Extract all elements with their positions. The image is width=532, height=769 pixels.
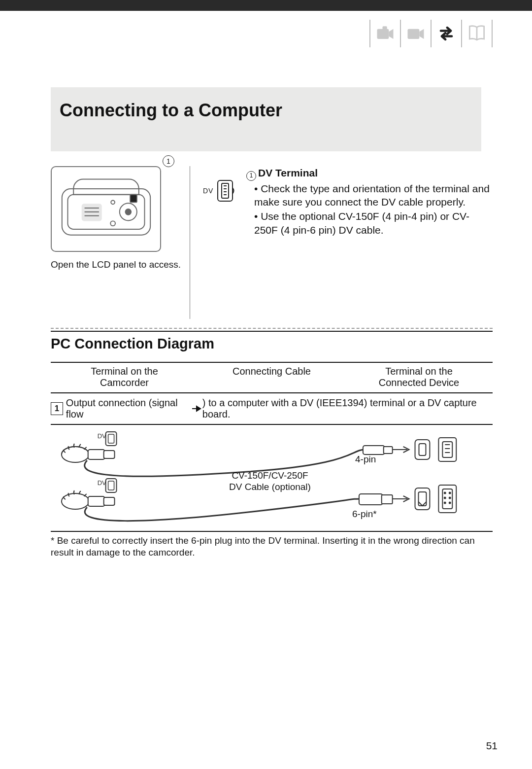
col-head-camcorder: Terminal on the Camcorder [51,366,198,388]
svg-rect-9 [82,204,101,220]
pin6-label: 6-pin* [352,509,377,520]
page-title: Connecting to a Computer [60,100,472,121]
connection-diagram: Terminal on the Camcorder Connecting Cab… [51,362,493,532]
svg-rect-25 [88,450,105,459]
svg-point-15 [111,200,115,204]
svg-rect-39 [108,481,114,490]
svg-rect-13 [130,195,137,203]
dv-port-illustration: DV [203,180,235,202]
dv-label: DV [203,187,213,195]
terminal-section: Open the LCD panel to access. DV 1DV Ter… [51,166,493,319]
svg-rect-1 [383,26,387,30]
terminal-heading: DV Terminal [258,167,318,178]
svg-rect-33 [442,442,452,457]
col-head-device: Terminal on the Connected Device [345,366,493,388]
cable-illustration: DV [51,425,493,532]
callout-number-1: 1 [163,155,174,167]
diagram-heading: PC Connection Diagram [51,336,532,352]
solid-divider [51,331,493,332]
row-number-box: 1 [51,402,63,415]
lcd-caption: Open the LCD panel to access. [51,259,184,271]
svg-rect-44 [382,495,393,504]
svg-rect-23 [108,434,114,443]
vertical-divider [190,166,190,319]
mode-icon-row [368,19,494,48]
svg-rect-31 [419,444,426,455]
camera-mode-icon [371,20,399,47]
terminal-bullet: Use the optional CV-150F (4 pin-4 pin) o… [254,210,493,237]
diagram-footnote: * Be careful to correctly insert the 6-p… [51,535,493,559]
svg-rect-26 [104,451,115,458]
play-mode-icon [402,20,430,47]
svg-text:DV: DV [98,479,106,487]
svg-point-50 [444,492,446,494]
svg-rect-38 [106,479,117,492]
svg-point-51 [449,492,451,494]
terminal-text: 1DV Terminal Check the type and orientat… [246,166,493,238]
cable-model-label: CV-150F/CV-250F DV Cable (optional) [213,470,327,493]
svg-rect-43 [359,494,383,505]
svg-point-55 [449,502,451,504]
svg-point-54 [444,502,446,504]
transfer-mode-icon [432,20,460,47]
col-head-cable: Connecting Cable [198,366,345,388]
signal-flow-arrow-icon [192,403,202,415]
svg-rect-22 [106,432,117,446]
svg-rect-41 [88,496,105,506]
svg-point-8 [125,209,131,215]
terminal-bullet: Check the type and orientation of the te… [254,182,493,209]
svg-point-52 [444,497,446,499]
svg-point-14 [110,221,115,226]
svg-rect-28 [384,447,393,454]
diagram-header-row: Terminal on the Camcorder Connecting Cab… [51,362,493,393]
page-number: 51 [486,740,498,752]
svg-rect-0 [377,29,389,39]
pin4-label: 4-pin [355,454,376,465]
manual-book-icon [463,20,491,47]
dashed-divider [51,328,493,329]
circled-one-icon: 1 [246,171,256,181]
diagram-row-description: 1 Output connection (signal flow ) to a … [51,393,493,425]
dv-label-small: DV [98,432,106,440]
svg-rect-42 [104,497,115,505]
page-top-bar [0,0,532,11]
svg-point-53 [449,497,451,499]
svg-rect-27 [363,446,385,454]
section-title-band: Connecting to a Computer [51,87,481,151]
camcorder-illustration [51,166,161,252]
svg-rect-49 [442,489,452,509]
